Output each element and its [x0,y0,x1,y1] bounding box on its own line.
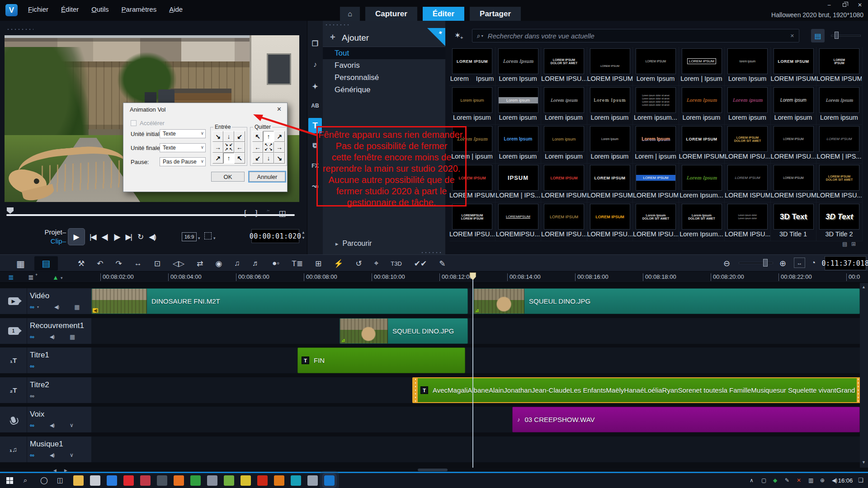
library-thumbnail[interactable]: LOREM IPSUM DOLOR SIT AMET [544,48,584,74]
arrow-direction-button[interactable]: ← [234,142,245,153]
category-tout[interactable]: Tout [323,47,445,59]
library-item[interactable]: LOREM IPSUMLOREM IPSUM [679,125,725,164]
horizontal-scroll-handle[interactable] [418,469,448,471]
defender-shield-icon[interactable]: ◆ [773,477,777,483]
multicam-editor-icon[interactable]: ⊞ [315,259,321,268]
library-thumbnail[interactable]: IPSUM [498,165,538,191]
library-item[interactable]: LOREM IPSUMLOREM IPSUM [587,47,633,86]
track-lane[interactable]: ♪03 CREEPSHOW.WAV [91,407,860,432]
waveform-toggle-icon[interactable]: ∨ [70,422,74,428]
folder-green[interactable] [224,475,234,486]
library-thumbnail[interactable]: LOREMIPSUM [498,204,538,230]
split-clip-icon[interactable]: ◁▷ [173,259,184,268]
library-thumbnail[interactable]: LOREM IPSUM [590,204,630,230]
restore-icon[interactable] [840,1,849,9]
library-item[interactable]: LOREM IPSUMLorem Ipsum [633,47,679,86]
clear-search-icon[interactable]: ✕ [790,33,794,39]
library-thumbnail[interactable]: LOREM IPSUM [544,165,584,191]
split-scissors-icon[interactable]: ✂ [266,209,269,218]
library-item[interactable]: Lorem Ipsum DOLOR SIT AMETLOREM IPSU... [633,202,679,241]
tab-éditer[interactable]: Éditer [423,7,464,21]
videostudio-taskbar[interactable] [324,475,335,486]
library-item[interactable]: Lorem IpsumLorem | ipsum [633,125,679,164]
tray-alert-icon[interactable]: ✕ [797,477,801,483]
library-item[interactable]: Lorem ipsum dolor Lorem ipsum dolorLOREM… [725,202,771,241]
timeline-view-icon[interactable]: ▤ [34,256,58,271]
library-thumbnail[interactable]: Lorem ipsum [544,87,584,113]
library-item[interactable]: LOREM IPSUMLOREM IPSUM [771,47,817,86]
instant-project-icon[interactable]: ✦ [308,79,322,94]
library-thumbnail[interactable]: LOREM IPSUM [590,165,630,191]
library-thumbnail[interactable]: 3D Text [819,204,859,230]
tray-app-icon[interactable]: ▥ [808,477,813,483]
video-clip[interactable]: ⊿SQUEUL DINO.JPG [340,318,468,344]
arrow-direction-button[interactable]: ← [252,142,263,153]
app-orange[interactable] [274,475,284,486]
library-item[interactable]: LOREM IPSUMLOREM IPSUM [633,164,679,202]
clip-mode-label[interactable]: Clip– [27,237,66,245]
file-explorer[interactable] [73,475,84,486]
taskbar-clock[interactable]: 16:06 [834,477,857,484]
zoom-out-icon[interactable]: ⊖ [723,258,730,268]
library-thumbnail[interactable]: Lorem ipsum [727,87,768,113]
library-item[interactable]: Lorem Ipsum DOLOR SIT AMETLorem Ipsum... [679,202,725,241]
library-item[interactable]: LOREM IPSUM DOLOR SIT AMETLOREM IPSU... [816,164,863,202]
speaker-icon[interactable]: ◀) [50,452,54,458]
library-item[interactable]: Lorem ipsumLorem ipsum [771,86,817,125]
motion-tracking-icon[interactable]: ⌖ [374,259,379,268]
library-item[interactable]: LOREM IPSUMLOREM IPSU... [771,125,817,164]
library-item[interactable]: LOREM IPSUMLOREM IPSUM [587,164,633,202]
menu-item-4[interactable]: Aide [169,5,183,13]
subtitle-editor-icon[interactable]: T≣ [292,259,303,268]
library-item[interactable]: LOREM IPSUM DOLOR SIT AMETLOREM IPSU... [541,47,587,86]
arrow-direction-button[interactable]: ↘ [274,153,285,164]
close-icon[interactable]: ✕ [855,1,864,9]
library-item[interactable]: Lorem IpsumLorem Ipsum... [679,164,725,202]
playhead-line[interactable] [472,273,473,468]
tools-icon[interactable]: ⚒ [78,259,85,268]
arrow-direction-button[interactable]: ↓ [263,153,274,164]
record-capture-options-icon[interactable]: ◉ [215,259,222,268]
timeline-timecode[interactable]: 0:11:37:018 [825,256,866,270]
ok-button[interactable]: OK [211,172,245,182]
category-générique[interactable]: Générique [323,84,445,96]
library-thumbnail[interactable]: Lorem ipsum [498,87,538,113]
action-center-icon[interactable]: ❑ [858,477,863,483]
library-thumbnail[interactable]: LOREM IPSUM [774,48,814,74]
checkerboard-icon[interactable]: ▦ [74,304,80,310]
menu-item-0[interactable]: Fichier [28,5,48,13]
trim-handle-left[interactable] [413,378,418,402]
zoom-mode-selector-icon[interactable] [204,232,212,239]
track-lane[interactable] [91,436,860,462]
library-thumbnail[interactable]: Lorem ipsum [452,87,492,113]
panel-grip[interactable] [6,28,33,31]
category-personnalisé[interactable]: Personnalisé [323,71,445,84]
transition-icon[interactable]: AB [308,98,322,113]
sound-mixer-icon[interactable]: ♫ [234,259,240,268]
app-red[interactable] [140,475,151,486]
library-item[interactable]: lorem ipsumLorem Ipsum [725,47,771,86]
library-item[interactable]: Lorem ipsumLorem ipsum [725,86,771,125]
library-thumbnail[interactable]: LOREM IPSUM [774,165,814,191]
app-green[interactable] [190,475,201,486]
split-screen-creator-icon[interactable]: ✔✔ [414,259,427,268]
link-icon[interactable]: ∞ [30,451,34,459]
app-grey[interactable] [207,475,217,486]
tray-expand-icon[interactable]: ∧ [750,477,753,483]
tray-pen-icon[interactable]: ✎ [785,477,789,483]
audio-clip[interactable]: ♪03 CREEPSHOW.WAV [512,407,860,432]
library-item[interactable]: LOREM IPSUM DOLOR SIT AMETLOREM IPSU... [725,125,771,164]
arrow-direction-button[interactable]: → [212,142,223,153]
track-motion-icon[interactable]: ↺ [355,259,362,268]
library-thumbnail[interactable]: LOREM IPSUM [590,48,630,74]
menu-item-2[interactable]: Outils [91,5,108,13]
library-thumbnail[interactable]: Lorem Ipsum [682,165,722,191]
speaker-icon[interactable]: ◀) [54,304,59,310]
library-item[interactable]: Lorem IpsumLorem Ipsum [495,47,542,86]
enlarge-preview-icon[interactable]: ◫ [278,209,286,218]
library-item[interactable]: Lorem IpsumLorem ipsum [495,125,542,164]
mark-out-icon[interactable]: ] [255,209,258,218]
ripple-editing-icon[interactable]: ⇄ [197,259,203,268]
library-thumbnail[interactable]: Lorem Ipsum [819,87,859,113]
minimize-icon[interactable]: – [825,1,834,9]
